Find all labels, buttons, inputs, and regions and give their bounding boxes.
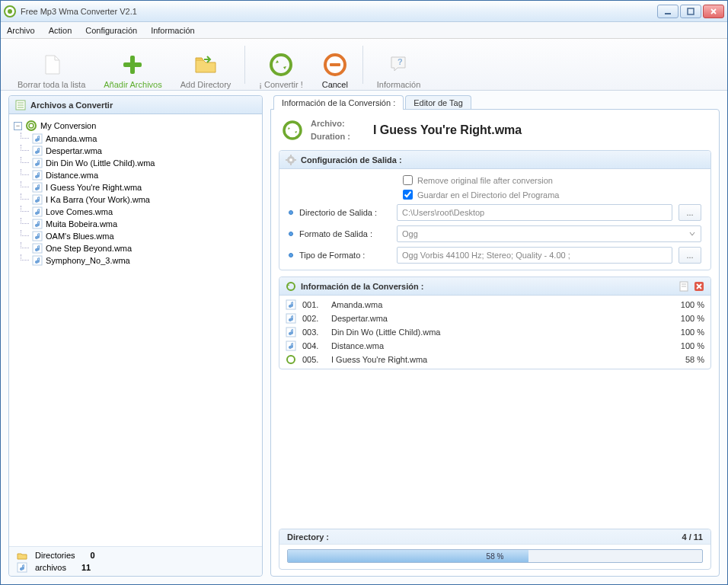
tree-file[interactable]: Amanda.wma	[30, 133, 259, 145]
add-files-button[interactable]: Añadir Archivos	[94, 40, 171, 89]
conversion-list: 001.Amanda.wma100 %002.Despertar.wma100 …	[279, 296, 710, 369]
format-type-label: Tipo de Formato :	[299, 251, 391, 260]
menu-configuracion[interactable]: Configuración	[85, 26, 137, 35]
format-type-input[interactable]: Ogg Vorbis 44100 Hz; Stereo; Quality - 4…	[397, 247, 672, 264]
toolbar-divider	[244, 46, 245, 84]
convert-icon	[282, 120, 303, 141]
tree-file[interactable]: One Step Beyond.wma	[30, 242, 259, 254]
row-name: I Guess You're Right.wma	[331, 355, 653, 364]
collapse-icon[interactable]: −	[14, 122, 22, 130]
tab-conversion-info[interactable]: Información de la Conversión :	[273, 95, 404, 110]
menu-archivo[interactable]: Archivo	[7, 26, 35, 35]
svg-point-29	[289, 158, 292, 161]
close-button[interactable]	[703, 5, 724, 18]
fileinfo-labels: Archivo: Duration :	[311, 117, 350, 142]
window-buttons	[657, 5, 724, 18]
conversion-row: 004.Distance.wma100 %	[284, 340, 706, 352]
music-icon	[17, 562, 27, 573]
directories-label: Directories	[35, 551, 75, 560]
clear-log-icon[interactable]	[694, 281, 704, 292]
clear-list-button[interactable]: Borrar toda la lista	[8, 40, 94, 89]
bullet-icon	[289, 210, 293, 215]
row-index: 005.	[302, 355, 325, 364]
progress-count: 4 / 11	[682, 532, 703, 542]
toolbar: Borrar toda la lista Añadir Archivos Add…	[1, 39, 727, 91]
output-format-select[interactable]: Ogg	[397, 225, 701, 242]
menu-informacion[interactable]: Información	[151, 26, 194, 35]
tree-file[interactable]: Love Comes.wma	[30, 206, 259, 218]
browse-dir-button[interactable]: ...	[679, 204, 701, 221]
cancel-button[interactable]: Cancel	[312, 40, 358, 89]
files-panel-header: Archivos a Convertir	[9, 96, 262, 114]
svg-point-43	[287, 356, 295, 363]
output-config-title: Configuración de Salida :	[301, 155, 402, 165]
output-config-group: Configuración de Salida : Remove origina…	[279, 150, 711, 270]
svg-point-27	[284, 122, 301, 139]
tab-tag-editor[interactable]: Editor de Tag	[405, 95, 471, 110]
app-icon	[4, 5, 16, 18]
list-icon	[15, 100, 26, 110]
tree-file[interactable]: Din Din Wo (Little Child).wma	[30, 157, 259, 169]
music-icon	[32, 182, 43, 193]
maximize-button[interactable]	[680, 5, 701, 18]
tree-file[interactable]: I Guess You're Right.wma	[30, 181, 259, 193]
tree-file[interactable]: I Ka Barra (Your Work).wma	[30, 193, 259, 206]
tree-file[interactable]: Symphony_No_3.wma	[30, 254, 259, 267]
row-name: Amanda.wma	[331, 300, 653, 309]
format-type-row: Tipo de Formato : Ogg Vorbis 44100 Hz; S…	[289, 247, 701, 264]
conversion-row: 002.Despertar.wma100 %	[284, 312, 706, 324]
tree-file[interactable]: Despertar.wma	[30, 145, 259, 157]
files-count: 11	[81, 563, 91, 572]
music-icon	[32, 206, 43, 217]
svg-point-34	[287, 283, 295, 290]
remove-original-row[interactable]: Remove original file after conversion	[403, 175, 701, 185]
output-dir-input[interactable]: C:\Users\root\Desktop	[397, 204, 672, 221]
file-tree[interactable]: − My Conversion Amanda.wmaDespertar.wmaD…	[9, 114, 262, 546]
music-icon	[32, 158, 43, 168]
save-program-dir-row[interactable]: Guardar en el Directorio del Programa	[403, 190, 701, 200]
cancel-icon	[321, 51, 349, 78]
remove-original-checkbox[interactable]	[403, 175, 413, 185]
progress-header: Directory : 4 / 11	[279, 529, 710, 545]
conversion-info-title: Información de la Conversión :	[301, 282, 423, 291]
conversion-icon	[25, 120, 37, 132]
convert-button[interactable]: ¡ Convertir !	[250, 40, 311, 89]
minimize-button[interactable]	[657, 5, 679, 18]
toolbar-divider	[362, 46, 363, 84]
tree-file-label: I Guess You're Right.wma	[46, 183, 142, 192]
convert-icon	[267, 51, 295, 78]
window-title: Free Mp3 Wma Converter V2.1	[21, 7, 657, 16]
gear-icon	[286, 155, 296, 165]
tree-file[interactable]: Distance.wma	[30, 169, 259, 181]
tree-file-label: Din Din Wo (Little Child).wma	[46, 158, 155, 168]
music-icon	[32, 255, 43, 266]
row-index: 002.	[302, 314, 325, 323]
log-icon[interactable]	[679, 281, 689, 292]
svg-rect-3	[688, 8, 694, 14]
save-program-dir-checkbox[interactable]	[403, 190, 413, 200]
svg-text:?: ?	[398, 57, 403, 66]
menu-action[interactable]: Action	[49, 26, 72, 35]
svg-rect-5	[123, 62, 142, 67]
page-icon	[38, 51, 65, 78]
output-dir-label: Directorio de Salida :	[299, 208, 391, 217]
row-percent: 100 %	[659, 341, 704, 350]
folder-icon	[192, 51, 219, 78]
row-index: 001.	[302, 300, 325, 309]
files-panel: Archivos a Convertir − My Conversion Ama…	[8, 95, 263, 577]
tree-file-label: Distance.wma	[46, 171, 98, 180]
music-icon	[32, 243, 43, 254]
converting-icon	[286, 354, 296, 365]
add-directory-button[interactable]: Add Directory	[171, 40, 241, 89]
tree-file[interactable]: OAM's Blues.wma	[30, 230, 259, 242]
music-icon	[32, 170, 43, 181]
plus-icon	[119, 51, 146, 78]
tree-file-label: Love Comes.wma	[46, 207, 113, 216]
music-icon	[286, 327, 296, 337]
tree-file[interactable]: Muita Bobeira.wma	[30, 218, 259, 230]
info-button[interactable]: ? Información	[368, 40, 429, 89]
current-file-info: Archivo: Duration : I Guess You're Right…	[279, 116, 711, 144]
browse-type-button[interactable]: ...	[679, 247, 701, 264]
tabs: Información de la Conversión : Editor de…	[273, 95, 720, 110]
tree-root[interactable]: − My Conversion	[12, 119, 259, 133]
